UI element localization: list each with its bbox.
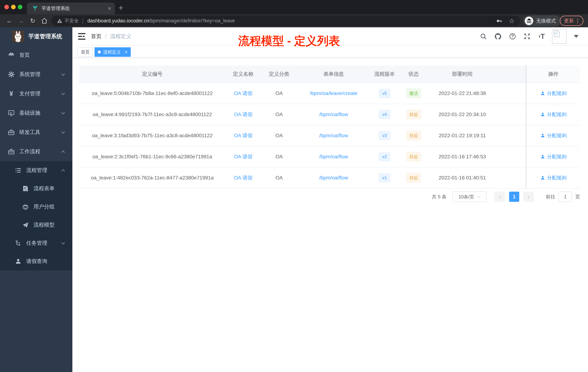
definition-name-link[interactable]: OA 请假: [234, 174, 252, 181]
sidebar-item-home[interactable]: 首页: [0, 45, 72, 65]
definition-name-link[interactable]: OA 请假: [234, 90, 252, 97]
current-page-button[interactable]: 1: [509, 192, 519, 202]
sidebar-logo[interactable]: 芋道管理系统: [0, 27, 72, 45]
tab-strip: 芋道管理系统 × +: [0, 0, 588, 14]
col-header-id: 定义编号: [79, 66, 225, 83]
github-icon[interactable]: [494, 32, 502, 41]
chevron-down-icon: [61, 241, 65, 244]
form-link[interactable]: /bpm/oa/flow: [319, 175, 348, 181]
font-size-icon[interactable]: ᴛT: [537, 32, 546, 41]
avatar-dropdown-caret-icon[interactable]: [574, 35, 578, 38]
tab-close-icon[interactable]: ×: [108, 5, 111, 11]
definition-category: OA: [261, 167, 297, 188]
back-icon[interactable]: ←: [4, 14, 15, 27]
url-path: /bpm/manager/definition?key=oa_leave: [149, 18, 235, 24]
tag-process-definition[interactable]: 流程定义 ×: [94, 47, 131, 57]
goto-page-input[interactable]: [558, 191, 572, 202]
page-size-select[interactable]: 10条/页: [452, 191, 487, 202]
browser-update-button[interactable]: 更新 ⋮: [560, 16, 583, 26]
col-header-filler: [496, 66, 526, 83]
sidebar-item-devtools[interactable]: 研发工具: [0, 123, 72, 142]
definition-category: OA: [261, 146, 297, 167]
user-icon: [14, 257, 22, 265]
sidebar-item-leave-query[interactable]: 请假查询: [0, 252, 72, 271]
incognito-icon: [525, 17, 533, 25]
key-icon[interactable]: [496, 18, 502, 24]
incognito-badge: 无痕模式: [523, 15, 561, 26]
yen-icon: ¥: [7, 90, 15, 98]
sidebar-item-workflow[interactable]: 工作流程: [0, 142, 72, 161]
browser-menu-icon[interactable]: ⋮: [575, 18, 580, 24]
definition-category: OA: [261, 104, 297, 125]
update-label: 更新: [564, 17, 574, 24]
breadcrumb-home[interactable]: 首页: [91, 33, 101, 40]
status-badge: 挂起: [406, 152, 421, 162]
close-window-button[interactable]: [4, 5, 9, 9]
tag-home[interactable]: 首页: [78, 47, 93, 57]
definition-category: OA: [261, 125, 297, 146]
chevron-up-icon: [61, 169, 65, 173]
sidebar-item-payment[interactable]: ¥ 支付管理: [0, 84, 72, 103]
sidebar-item-system[interactable]: 系统管理: [0, 65, 72, 84]
assign-rule-link[interactable]: 分配规则: [540, 90, 567, 97]
sidebar-item-user-group[interactable]: 用户分组: [0, 198, 72, 216]
reload-icon[interactable]: ↻: [28, 14, 38, 27]
deploy-time: 2022-01-16 01:40:51: [428, 167, 496, 188]
definition-name-link[interactable]: OA 请假: [234, 132, 252, 139]
assign-rule-link[interactable]: 分配规则: [540, 153, 567, 160]
sidebar-item-task-mgmt[interactable]: 任务管理: [0, 234, 72, 252]
sidebar-item-infra[interactable]: 基础设施: [0, 103, 72, 123]
monitor-icon: [7, 109, 15, 117]
definition-name-link[interactable]: OA 请假: [234, 111, 252, 118]
col-header-category: 定义分类: [261, 66, 297, 83]
form-link[interactable]: /bpm/oa/leave/create: [310, 90, 357, 96]
deploy-time: 2022-01-22 21:48:38: [428, 83, 496, 104]
table-row: oa_leave:5:004b710b-7b8a-11ec-8ef0-acde4…: [79, 83, 580, 104]
assign-rule-link[interactable]: 分配规则: [540, 132, 567, 139]
workflow-submenu: 流程管理 流程表单 用户分组 流程模型: [0, 161, 72, 271]
col-header-version: 流程版本: [370, 66, 399, 83]
form-link[interactable]: /bpm/oa/flow: [319, 133, 348, 139]
next-page-button[interactable]: ›: [523, 192, 534, 202]
breadcrumb-separator: /: [105, 33, 106, 40]
sidebar-item-process-model[interactable]: 流程模型: [0, 216, 72, 234]
home-icon[interactable]: [39, 14, 50, 27]
help-icon[interactable]: [508, 32, 517, 41]
briefcase-icon: [7, 148, 15, 156]
table-row: oa_leave:2:3c1f0ef1-76b1-11ec-9c66-a2380…: [79, 146, 580, 167]
tag-close-icon[interactable]: ×: [125, 49, 127, 55]
form-link[interactable]: /bpm/oa/flow: [319, 154, 348, 160]
zoom-window-button[interactable]: [18, 5, 22, 9]
chevron-down-icon: [61, 130, 65, 134]
chevron-down-icon: [61, 72, 65, 76]
prev-page-button[interactable]: ‹: [494, 192, 505, 202]
search-icon[interactable]: [479, 32, 488, 41]
assign-rule-link[interactable]: 分配规则: [540, 111, 567, 118]
definition-category: OA: [261, 83, 297, 104]
dashboard-icon: [7, 51, 15, 59]
new-tab-button[interactable]: +: [118, 3, 123, 12]
logo-avatar: [12, 30, 24, 42]
definition-name-link[interactable]: OA 请假: [234, 153, 252, 160]
url-host: dashboard.yudao.iocoder.cn: [87, 18, 149, 24]
sidebar-collapse-icon[interactable]: [78, 33, 86, 40]
table-row: oa_leave:4:991f2193-7b7f-11ec-a3c8-acde4…: [79, 104, 580, 125]
not-secure-warning[interactable]: 不安全: [57, 18, 79, 24]
form-link[interactable]: /bpm/oa/flow: [319, 111, 348, 117]
sidebar-item-process-form[interactable]: 流程表单: [0, 179, 72, 198]
avatar[interactable]: [552, 29, 567, 44]
bookmark-star-icon[interactable]: ☆: [509, 17, 515, 25]
version-badge: v5: [379, 89, 390, 98]
deploy-time: 2022-01-16 17:46:53: [428, 146, 496, 167]
robot-icon: [21, 203, 30, 211]
table-header-row: 定义编号 定义名称 定义分类 表单信息 流程版本 状态 部署时间 操作: [79, 66, 580, 83]
user-icon: [540, 133, 545, 138]
assign-rule-link[interactable]: 分配规则: [540, 175, 567, 181]
forward-icon[interactable]: →: [16, 14, 26, 27]
sidebar-item-process-mgmt[interactable]: 流程管理: [0, 161, 72, 179]
minimize-window-button[interactable]: [11, 5, 16, 9]
browser-tab[interactable]: 芋道管理系统 ×: [27, 2, 115, 14]
url-bar[interactable]: 不安全 | dashboard.yudao.iocoder.cn/bpm/man…: [52, 16, 520, 26]
table-row: oa_leave:3:1fad3d93-7b75-11ec-a3c8-acde4…: [79, 125, 580, 146]
fullscreen-icon[interactable]: [523, 32, 531, 41]
